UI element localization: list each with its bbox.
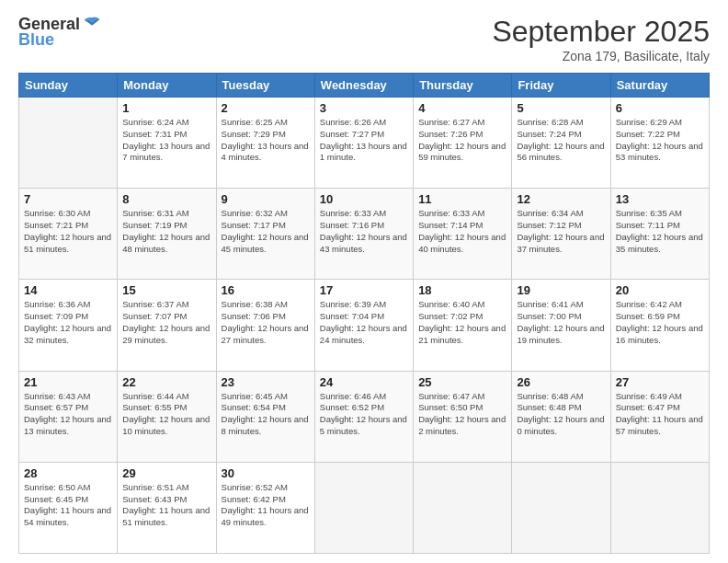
- calendar-cell: [19, 98, 118, 189]
- day-info: Sunrise: 6:48 AM Sunset: 6:48 PM Dayligh…: [517, 391, 605, 438]
- calendar-cell: 3Sunrise: 6:26 AM Sunset: 7:27 PM Daylig…: [314, 98, 413, 189]
- calendar-cell: 17Sunrise: 6:39 AM Sunset: 7:04 PM Dayli…: [314, 280, 413, 371]
- day-number: 2: [222, 101, 310, 115]
- day-info: Sunrise: 6:33 AM Sunset: 7:16 PM Dayligh…: [320, 208, 408, 255]
- calendar-cell: 15Sunrise: 6:37 AM Sunset: 7:07 PM Dayli…: [118, 280, 216, 371]
- calendar-table: SundayMondayTuesdayWednesdayThursdayFrid…: [18, 73, 710, 554]
- day-info: Sunrise: 6:39 AM Sunset: 7:04 PM Dayligh…: [320, 299, 408, 346]
- day-number: 5: [517, 101, 605, 115]
- calendar-cell: [414, 462, 512, 553]
- day-info: Sunrise: 6:30 AM Sunset: 7:21 PM Dayligh…: [24, 208, 112, 255]
- day-number: 20: [616, 283, 704, 297]
- calendar-cell: 26Sunrise: 6:48 AM Sunset: 6:48 PM Dayli…: [512, 371, 610, 462]
- weekday-header-thursday: Thursday: [414, 74, 512, 98]
- day-number: 16: [222, 283, 310, 297]
- day-info: Sunrise: 6:49 AM Sunset: 6:47 PM Dayligh…: [616, 391, 704, 438]
- day-number: 6: [616, 101, 704, 115]
- calendar-week-row: 7Sunrise: 6:30 AM Sunset: 7:21 PM Daylig…: [19, 189, 710, 280]
- calendar-header-row: SundayMondayTuesdayWednesdayThursdayFrid…: [19, 74, 710, 98]
- day-number: 24: [320, 375, 408, 389]
- day-info: Sunrise: 6:29 AM Sunset: 7:22 PM Dayligh…: [616, 117, 704, 164]
- calendar-cell: 2Sunrise: 6:25 AM Sunset: 7:29 PM Daylig…: [216, 98, 314, 189]
- day-info: Sunrise: 6:27 AM Sunset: 7:26 PM Dayligh…: [418, 117, 506, 164]
- weekday-header-friday: Friday: [512, 74, 610, 98]
- weekday-header-sunday: Sunday: [19, 74, 118, 98]
- calendar-cell: 24Sunrise: 6:46 AM Sunset: 6:52 PM Dayli…: [314, 371, 413, 462]
- day-info: Sunrise: 6:43 AM Sunset: 6:57 PM Dayligh…: [24, 391, 112, 438]
- calendar-week-row: 1Sunrise: 6:24 AM Sunset: 7:31 PM Daylig…: [19, 98, 710, 189]
- day-info: Sunrise: 6:45 AM Sunset: 6:54 PM Dayligh…: [222, 391, 310, 438]
- calendar-cell: 28Sunrise: 6:50 AM Sunset: 6:45 PM Dayli…: [19, 462, 118, 553]
- day-info: Sunrise: 6:26 AM Sunset: 7:27 PM Dayligh…: [320, 117, 408, 164]
- day-info: Sunrise: 6:28 AM Sunset: 7:24 PM Dayligh…: [517, 117, 605, 164]
- location-subtitle: Zona 179, Basilicate, Italy: [492, 49, 710, 63]
- day-number: 26: [517, 375, 605, 389]
- calendar-cell: 21Sunrise: 6:43 AM Sunset: 6:57 PM Dayli…: [19, 371, 118, 462]
- day-number: 30: [222, 466, 310, 480]
- calendar-cell: 14Sunrise: 6:36 AM Sunset: 7:09 PM Dayli…: [19, 280, 118, 371]
- day-number: 14: [24, 283, 112, 297]
- page: General Blue September 2025 Zona 179, Ba…: [0, 0, 728, 563]
- day-info: Sunrise: 6:34 AM Sunset: 7:12 PM Dayligh…: [517, 208, 605, 255]
- weekday-header-wednesday: Wednesday: [314, 74, 413, 98]
- day-info: Sunrise: 6:38 AM Sunset: 7:06 PM Dayligh…: [222, 299, 310, 346]
- day-info: Sunrise: 6:51 AM Sunset: 6:43 PM Dayligh…: [122, 482, 210, 529]
- logo: General Blue: [18, 15, 101, 50]
- day-info: Sunrise: 6:52 AM Sunset: 6:42 PM Dayligh…: [222, 482, 310, 529]
- day-info: Sunrise: 6:41 AM Sunset: 7:00 PM Dayligh…: [517, 299, 605, 346]
- day-number: 17: [320, 283, 408, 297]
- calendar-cell: 10Sunrise: 6:33 AM Sunset: 7:16 PM Dayli…: [314, 189, 413, 280]
- weekday-header-tuesday: Tuesday: [216, 74, 314, 98]
- day-number: 3: [320, 101, 408, 115]
- calendar-week-row: 14Sunrise: 6:36 AM Sunset: 7:09 PM Dayli…: [19, 280, 710, 371]
- day-info: Sunrise: 6:25 AM Sunset: 7:29 PM Dayligh…: [222, 117, 310, 164]
- calendar-week-row: 21Sunrise: 6:43 AM Sunset: 6:57 PM Dayli…: [19, 371, 710, 462]
- day-number: 23: [222, 375, 310, 389]
- day-number: 28: [24, 466, 112, 480]
- day-number: 15: [122, 283, 210, 297]
- calendar-cell: 29Sunrise: 6:51 AM Sunset: 6:43 PM Dayli…: [118, 462, 216, 553]
- day-number: 9: [222, 192, 310, 206]
- calendar-cell: 27Sunrise: 6:49 AM Sunset: 6:47 PM Dayli…: [610, 371, 709, 462]
- day-info: Sunrise: 6:33 AM Sunset: 7:14 PM Dayligh…: [418, 208, 506, 255]
- calendar-cell: 6Sunrise: 6:29 AM Sunset: 7:22 PM Daylig…: [610, 98, 709, 189]
- day-number: 4: [418, 101, 506, 115]
- calendar-cell: [610, 462, 709, 553]
- day-info: Sunrise: 6:40 AM Sunset: 7:02 PM Dayligh…: [418, 299, 506, 346]
- calendar-cell: 25Sunrise: 6:47 AM Sunset: 6:50 PM Dayli…: [414, 371, 512, 462]
- logo-blue-text: Blue: [18, 30, 54, 50]
- day-info: Sunrise: 6:50 AM Sunset: 6:45 PM Dayligh…: [24, 482, 112, 529]
- day-number: 7: [24, 192, 112, 206]
- day-info: Sunrise: 6:24 AM Sunset: 7:31 PM Dayligh…: [122, 117, 210, 164]
- day-number: 1: [122, 101, 210, 115]
- calendar-cell: 7Sunrise: 6:30 AM Sunset: 7:21 PM Daylig…: [19, 189, 118, 280]
- calendar-cell: 12Sunrise: 6:34 AM Sunset: 7:12 PM Dayli…: [512, 189, 610, 280]
- day-number: 25: [418, 375, 506, 389]
- calendar-cell: 11Sunrise: 6:33 AM Sunset: 7:14 PM Dayli…: [414, 189, 512, 280]
- logo-bird-icon: [83, 15, 101, 33]
- day-info: Sunrise: 6:47 AM Sunset: 6:50 PM Dayligh…: [418, 391, 506, 438]
- calendar-cell: 1Sunrise: 6:24 AM Sunset: 7:31 PM Daylig…: [118, 98, 216, 189]
- day-info: Sunrise: 6:32 AM Sunset: 7:17 PM Dayligh…: [222, 208, 310, 255]
- calendar-cell: 4Sunrise: 6:27 AM Sunset: 7:26 PM Daylig…: [414, 98, 512, 189]
- month-title: September 2025: [492, 15, 710, 49]
- day-number: 27: [616, 375, 704, 389]
- day-info: Sunrise: 6:42 AM Sunset: 6:59 PM Dayligh…: [616, 299, 704, 346]
- day-number: 10: [320, 192, 408, 206]
- title-block: September 2025 Zona 179, Basilicate, Ita…: [492, 15, 710, 63]
- day-number: 19: [517, 283, 605, 297]
- day-info: Sunrise: 6:44 AM Sunset: 6:55 PM Dayligh…: [122, 391, 210, 438]
- calendar-cell: 9Sunrise: 6:32 AM Sunset: 7:17 PM Daylig…: [216, 189, 314, 280]
- day-info: Sunrise: 6:31 AM Sunset: 7:19 PM Dayligh…: [122, 208, 210, 255]
- calendar-cell: [512, 462, 610, 553]
- day-number: 18: [418, 283, 506, 297]
- calendar-cell: 22Sunrise: 6:44 AM Sunset: 6:55 PM Dayli…: [118, 371, 216, 462]
- calendar-cell: 5Sunrise: 6:28 AM Sunset: 7:24 PM Daylig…: [512, 98, 610, 189]
- calendar-week-row: 28Sunrise: 6:50 AM Sunset: 6:45 PM Dayli…: [19, 462, 710, 553]
- weekday-header-saturday: Saturday: [610, 74, 709, 98]
- day-number: 8: [122, 192, 210, 206]
- day-number: 29: [122, 466, 210, 480]
- calendar-cell: 20Sunrise: 6:42 AM Sunset: 6:59 PM Dayli…: [610, 280, 709, 371]
- calendar-cell: [314, 462, 413, 553]
- day-info: Sunrise: 6:46 AM Sunset: 6:52 PM Dayligh…: [320, 391, 408, 438]
